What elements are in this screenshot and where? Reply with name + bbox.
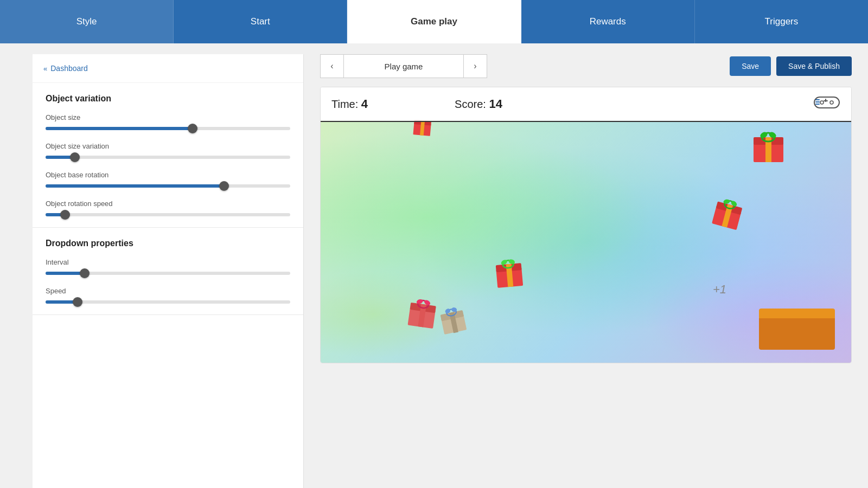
speed-thumb[interactable] (73, 297, 82, 307)
object-size-variation-group: Object size variation (46, 142, 290, 159)
object-size-variation-label: Object size variation (46, 142, 290, 150)
action-buttons: Save Save & Publish (730, 56, 852, 76)
controller-icon (813, 94, 840, 114)
nav-controls: ‹ Play game › (320, 54, 487, 78)
score-popup: +1 (713, 282, 726, 297)
svg-rect-7 (815, 104, 820, 105)
dropdown-properties-section: Dropdown properties Interval Speed (33, 228, 303, 315)
toolbar: ‹ Play game › Save Save & Publish (320, 54, 852, 78)
gift-1 (751, 125, 786, 165)
prev-button[interactable]: ‹ (320, 54, 344, 78)
object-base-rotation-group: Object base rotation (46, 171, 290, 188)
interval-thumb[interactable] (80, 268, 90, 278)
interval-slider[interactable] (46, 272, 290, 275)
gift-top-partial (406, 120, 438, 139)
object-base-rotation-fill (46, 184, 224, 188)
speed-slider[interactable] (46, 300, 290, 304)
object-rotation-speed-slider[interactable] (46, 213, 290, 216)
object-size-variation-slider[interactable] (46, 156, 290, 159)
object-base-rotation-thumb[interactable] (219, 181, 229, 191)
object-size-group: Object size (46, 113, 290, 130)
object-variation-title: Object variation (46, 94, 290, 104)
publish-button[interactable]: Save & Publish (776, 56, 852, 76)
svg-rect-4 (824, 100, 828, 101)
play-game-title: Play game (344, 54, 463, 78)
right-panel: ‹ Play game › Save Save & Publish (304, 43, 868, 488)
nav-item-rewards[interactable]: Rewards (521, 0, 695, 43)
object-base-rotation-slider[interactable] (46, 184, 290, 188)
nav-item-style[interactable]: Style (0, 0, 174, 43)
chevron-left-icon: « (43, 65, 47, 73)
interval-label: Interval (46, 258, 290, 266)
object-size-variation-thumb[interactable] (70, 152, 80, 162)
object-rotation-speed-group: Object rotation speed (46, 200, 290, 216)
speed-group: Speed (46, 287, 290, 304)
object-rotation-speed-label: Object rotation speed (46, 200, 290, 208)
gift-3 (493, 254, 525, 292)
game-canvas: Time: 4 Score: 14 (320, 87, 852, 363)
interval-group: Interval (46, 258, 290, 275)
interval-fill (46, 272, 85, 275)
object-size-label: Object size (46, 113, 290, 121)
dashboard-link[interactable]: « Dashboard (33, 54, 303, 83)
sidebar: « Dashboard Object variation Object size… (33, 54, 304, 488)
object-variation-section: Object variation Object size Object size… (33, 83, 303, 228)
svg-rect-38 (759, 314, 835, 350)
nav-item-gameplay[interactable]: Game play (347, 0, 521, 43)
nav-item-start[interactable]: Start (174, 0, 347, 43)
hud-time: Time: 4 (331, 97, 368, 111)
svg-point-2 (830, 101, 833, 104)
svg-rect-6 (815, 101, 820, 102)
svg-point-1 (820, 101, 824, 104)
hud-score: Score: 14 (455, 97, 502, 111)
speed-label: Speed (46, 287, 290, 295)
game-area: +1 (321, 120, 851, 363)
top-nav: Style Start Game play Rewards Triggers (0, 0, 868, 43)
orange-box (759, 309, 835, 352)
save-button[interactable]: Save (730, 56, 771, 76)
next-button[interactable]: › (463, 54, 487, 78)
game-hud: Time: 4 Score: 14 (321, 87, 851, 122)
nav-item-triggers[interactable]: Triggers (695, 0, 868, 43)
object-size-slider[interactable] (46, 127, 290, 130)
object-base-rotation-label: Object base rotation (46, 171, 290, 179)
object-size-thumb[interactable] (188, 124, 197, 133)
gift-4 (405, 292, 440, 332)
svg-rect-5 (815, 99, 820, 100)
svg-rect-40 (759, 314, 835, 318)
object-rotation-speed-thumb[interactable] (60, 210, 70, 220)
object-size-fill (46, 127, 193, 130)
dropdown-properties-title: Dropdown properties (46, 239, 290, 248)
